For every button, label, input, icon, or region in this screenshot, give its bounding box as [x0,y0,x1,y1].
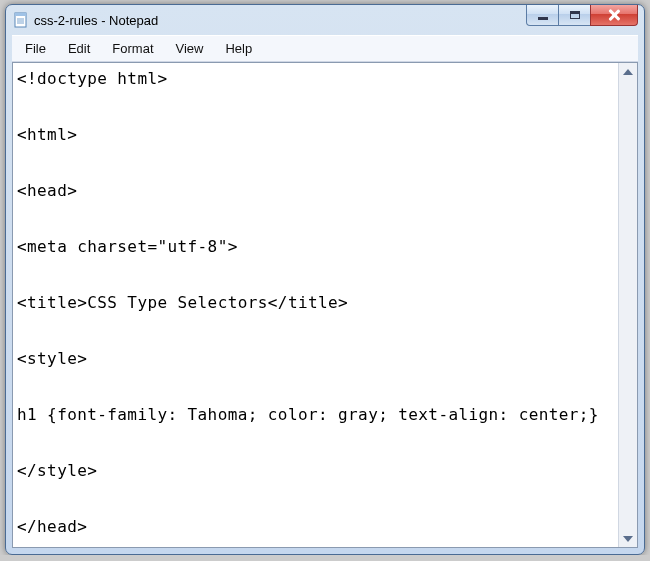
chevron-down-icon [623,536,633,542]
client-area: <!doctype html> <html> <head> <meta char… [12,62,638,548]
text-area[interactable]: <!doctype html> <html> <head> <meta char… [13,63,618,547]
maximize-button[interactable] [558,5,591,26]
window-title: css-2-rules - Notepad [34,13,158,28]
menu-help[interactable]: Help [216,39,261,58]
scroll-down-button[interactable] [620,530,636,547]
scroll-up-button[interactable] [620,63,636,80]
minimize-icon [538,17,548,20]
window-controls [527,5,638,26]
close-button[interactable] [590,5,638,26]
title-bar[interactable]: css-2-rules - Notepad [6,5,644,35]
maximize-icon [570,11,580,19]
close-icon [607,8,621,22]
menu-view[interactable]: View [167,39,213,58]
minimize-button[interactable] [526,5,559,26]
menu-bar: File Edit Format View Help [12,35,638,62]
svg-rect-1 [15,13,26,16]
notepad-window: css-2-rules - Notepad File Edit Format V… [5,4,645,555]
menu-file[interactable]: File [16,39,55,58]
vertical-scrollbar[interactable] [618,63,637,547]
menu-format[interactable]: Format [103,39,162,58]
chevron-up-icon [623,69,633,75]
notepad-app-icon [13,12,29,28]
menu-edit[interactable]: Edit [59,39,99,58]
